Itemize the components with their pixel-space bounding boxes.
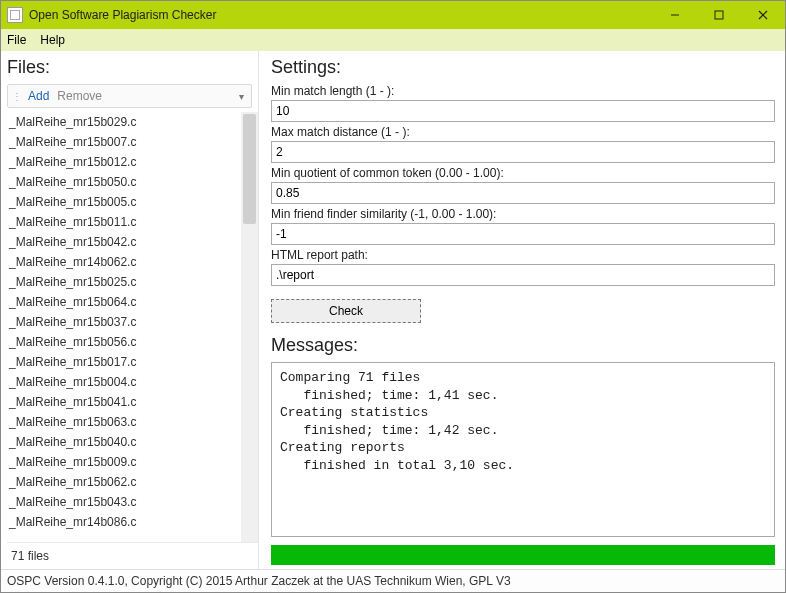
- file-item[interactable]: _MalReihe_mr15b037.c: [7, 312, 241, 332]
- app-icon: [7, 7, 23, 23]
- statusbar: OSPC Version 0.4.1.0, Copyright (C) 2015…: [1, 569, 785, 592]
- files-title: Files:: [7, 57, 258, 78]
- file-item[interactable]: _MalReihe_mr15b005.c: [7, 192, 241, 212]
- toolbar-grip-icon: ⋮: [12, 91, 20, 102]
- remove-button[interactable]: Remove: [53, 89, 106, 103]
- titlebar[interactable]: Open Software Plagiarism Checker: [1, 1, 785, 29]
- menu-file[interactable]: File: [7, 33, 26, 47]
- file-item[interactable]: _MalReihe_mr15b017.c: [7, 352, 241, 372]
- file-item[interactable]: _MalReihe_mr15b064.c: [7, 292, 241, 312]
- file-item[interactable]: _MalReihe_mr15b050.c: [7, 172, 241, 192]
- max-match-distance-label: Max match distance (1 - ):: [271, 125, 775, 139]
- files-panel: Files: ⋮ Add Remove ▾ _MalReihe_mr15b029…: [1, 51, 259, 569]
- min-friend-similarity-input[interactable]: [271, 223, 775, 245]
- max-match-distance-input[interactable]: [271, 141, 775, 163]
- file-item[interactable]: _MalReihe_mr15b012.c: [7, 152, 241, 172]
- file-item[interactable]: _MalReihe_mr14b086.c: [7, 512, 241, 532]
- file-item[interactable]: _MalReihe_mr15b011.c: [7, 212, 241, 232]
- file-item[interactable]: _MalReihe_mr15b062.c: [7, 472, 241, 492]
- settings-panel: Settings: Min match length (1 - ): Max m…: [259, 51, 785, 569]
- messages-output[interactable]: Comparing 71 files finished; time: 1,41 …: [271, 362, 775, 537]
- maximize-button[interactable]: [697, 1, 741, 29]
- file-list-scrollbar[interactable]: [241, 112, 258, 542]
- file-item[interactable]: _MalReihe_mr15b025.c: [7, 272, 241, 292]
- file-item[interactable]: _MalReihe_mr15b063.c: [7, 412, 241, 432]
- min-match-length-input[interactable]: [271, 100, 775, 122]
- menu-help[interactable]: Help: [40, 33, 65, 47]
- files-toolbar: ⋮ Add Remove ▾: [7, 84, 252, 108]
- progress-bar: [271, 545, 775, 565]
- messages-title: Messages:: [271, 335, 775, 356]
- file-item[interactable]: _MalReihe_mr15b007.c: [7, 132, 241, 152]
- add-button[interactable]: Add: [24, 89, 53, 103]
- files-count: 71 files: [7, 542, 258, 569]
- file-item[interactable]: _MalReihe_mr15b004.c: [7, 372, 241, 392]
- min-quotient-input[interactable]: [271, 182, 775, 204]
- settings-title: Settings:: [271, 57, 775, 78]
- file-item[interactable]: _MalReihe_mr15b042.c: [7, 232, 241, 252]
- file-item[interactable]: _MalReihe_mr15b041.c: [7, 392, 241, 412]
- file-item[interactable]: _MalReihe_mr15b040.c: [7, 432, 241, 452]
- report-path-label: HTML report path:: [271, 248, 775, 262]
- menubar: File Help: [1, 29, 785, 51]
- report-path-input[interactable]: [271, 264, 775, 286]
- file-item[interactable]: _MalReihe_mr15b029.c: [7, 112, 241, 132]
- toolbar-overflow-icon[interactable]: ▾: [236, 91, 247, 102]
- close-button[interactable]: [741, 1, 785, 29]
- min-match-length-label: Min match length (1 - ):: [271, 84, 775, 98]
- min-quotient-label: Min quotient of common token (0.00 - 1.0…: [271, 166, 775, 180]
- file-item[interactable]: _MalReihe_mr15b043.c: [7, 492, 241, 512]
- file-item[interactable]: _MalReihe_mr14b062.c: [7, 252, 241, 272]
- file-list[interactable]: _MalReihe_mr15b029.c_MalReihe_mr15b007.c…: [7, 112, 241, 542]
- window-title: Open Software Plagiarism Checker: [29, 8, 653, 22]
- file-item[interactable]: _MalReihe_mr15b056.c: [7, 332, 241, 352]
- svg-rect-1: [715, 11, 723, 19]
- file-item[interactable]: _MalReihe_mr15b009.c: [7, 452, 241, 472]
- check-button[interactable]: Check: [271, 299, 421, 323]
- min-friend-similarity-label: Min friend finder similarity (-1, 0.00 -…: [271, 207, 775, 221]
- scrollbar-thumb[interactable]: [243, 114, 256, 224]
- minimize-button[interactable]: [653, 1, 697, 29]
